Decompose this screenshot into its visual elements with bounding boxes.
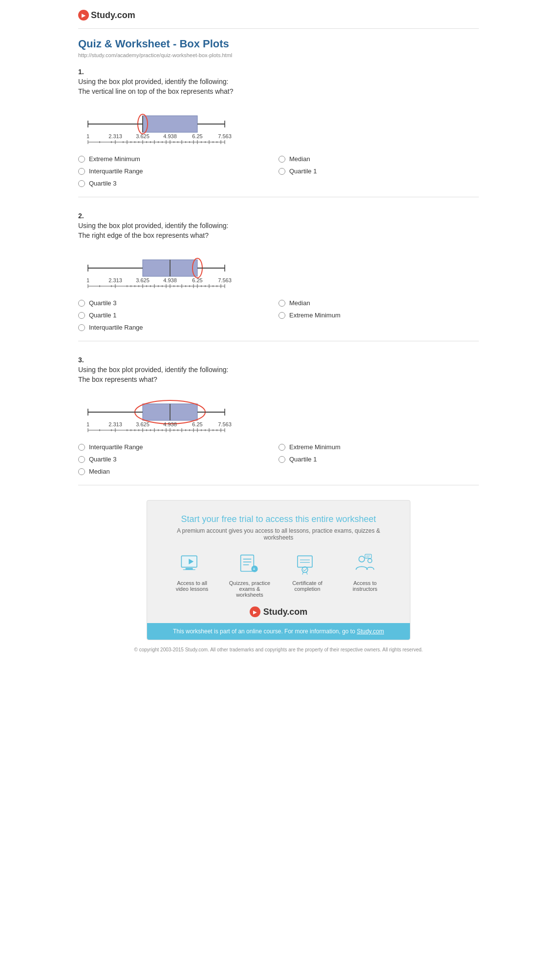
promo-footer-text: This worksheet is part of an online cour… <box>173 628 384 635</box>
svg-text:3.625: 3.625 <box>136 421 150 427</box>
answer-text: Quartile 3 <box>89 456 116 463</box>
answer-option[interactable]: Extreme Minimum <box>78 155 278 163</box>
radio-button[interactable] <box>278 456 285 463</box>
svg-point-153 <box>359 556 365 562</box>
answer-option[interactable]: Interquartile Range <box>78 443 278 451</box>
radio-button[interactable] <box>78 468 85 475</box>
question-3-intro: Using the box plot provided, identify th… <box>78 366 479 374</box>
answer-option[interactable]: Quartile 1 <box>78 312 278 319</box>
radio-button[interactable] <box>278 156 285 163</box>
answer-text: Extreme Minimum <box>289 443 341 451</box>
svg-text:3.625: 3.625 <box>136 277 150 283</box>
question-2-intro: Using the box plot provided, identify th… <box>78 222 479 229</box>
question-1-number: 1. <box>78 68 479 76</box>
radio-button[interactable] <box>78 444 85 451</box>
promo-icon-certificate: Certificate of completion <box>285 552 329 598</box>
question-2-answers: Quartile 3 Median Quartile 1 Extreme Min… <box>78 299 479 331</box>
promo-box: Start your free trial to access this ent… <box>147 500 410 640</box>
answer-text: Extreme Minimum <box>89 155 140 163</box>
answer-option[interactable]: Quartile 1 <box>278 167 479 175</box>
radio-button[interactable] <box>78 324 85 331</box>
logo-area: ▶ Study.com <box>78 10 479 21</box>
promo-footer-bar: This worksheet is part of an online cour… <box>147 623 410 640</box>
boxplot-1: 1 2.313 3.625 4.938 6.25 7.563 <box>78 102 479 147</box>
answer-text: Interquartile Range <box>89 324 143 331</box>
answer-option[interactable]: Median <box>278 299 479 307</box>
answer-text: Quartile 1 <box>289 167 317 175</box>
svg-text:7.563: 7.563 <box>218 277 232 283</box>
promo-icon-instructors: Access to instructors <box>343 552 387 598</box>
svg-text:1: 1 <box>86 277 89 283</box>
promo-logo-text: Study.com <box>263 607 308 617</box>
question-2-number: 2. <box>78 212 479 220</box>
answer-text: Extreme Minimum <box>289 312 341 319</box>
promo-icon-label: Quizzes, practice exams & worksheets <box>228 580 272 598</box>
answer-text: Quartile 1 <box>89 312 116 319</box>
svg-text:7.563: 7.563 <box>218 421 232 427</box>
svg-point-154 <box>368 559 372 563</box>
question-2-block: 2. Using the box plot provided, identify… <box>78 212 479 341</box>
logo-text: Study.com <box>91 10 135 21</box>
answer-text: Median <box>289 299 310 307</box>
radio-button[interactable] <box>78 168 85 175</box>
svg-text:≡: ≡ <box>253 566 256 571</box>
svg-text:4.938: 4.938 <box>163 133 177 139</box>
answer-text: Interquartile Range <box>89 167 143 175</box>
radio-button[interactable] <box>78 300 85 307</box>
question-1-answers: Extreme Minimum Median Interquartile Ran… <box>78 155 479 187</box>
svg-text:2.313: 2.313 <box>108 421 122 427</box>
answer-option[interactable]: Median <box>278 155 479 163</box>
promo-icon-label: Access to all video lessons <box>170 580 214 592</box>
promo-subtitle: A premium account gives you access to al… <box>167 527 390 541</box>
page-url: http://study.com/academy/practice/quiz-w… <box>78 52 479 58</box>
svg-text:6.25: 6.25 <box>192 277 202 283</box>
answer-option[interactable]: Quartile 3 <box>78 180 278 187</box>
answer-option[interactable]: Median <box>78 468 278 475</box>
radio-button[interactable] <box>278 312 285 319</box>
boxplot-3: 1 2.313 3.625 4.938 6.25 7.563 <box>78 390 479 436</box>
question-3-sub: The box represents what? <box>78 375 479 383</box>
answer-option[interactable]: Quartile 1 <box>278 456 479 463</box>
radio-button[interactable] <box>78 156 85 163</box>
promo-footer-link[interactable]: Study.com <box>357 628 384 635</box>
question-3-number: 3. <box>78 356 479 364</box>
radio-button[interactable] <box>278 300 285 307</box>
answer-option[interactable]: Quartile 3 <box>78 299 278 307</box>
answer-option[interactable]: Interquartile Range <box>78 167 278 175</box>
page-title: Quiz & Worksheet - Box Plots <box>78 38 479 50</box>
promo-icon-label: Certificate of completion <box>285 580 329 592</box>
svg-text:2.313: 2.313 <box>108 277 122 283</box>
svg-line-152 <box>306 572 307 575</box>
svg-text:6.25: 6.25 <box>192 421 202 427</box>
question-3-answers: Interquartile Range Extreme Minimum Quar… <box>78 443 479 475</box>
copyright: © copyright 2003-2015 Study.com. All oth… <box>78 640 479 662</box>
radio-button[interactable] <box>278 168 285 175</box>
question-1-sub: The vertical line on top of the box repr… <box>78 87 479 95</box>
question-1-intro: Using the box plot provided, identify th… <box>78 78 479 85</box>
answer-option[interactable]: Interquartile Range <box>78 324 278 331</box>
answer-option[interactable]: Extreme Minimum <box>278 312 479 319</box>
answer-text: Quartile 1 <box>289 456 317 463</box>
svg-text:4.938: 4.938 <box>163 277 177 283</box>
promo-icon-label: Access to instructors <box>343 580 387 592</box>
radio-button[interactable] <box>278 444 285 451</box>
radio-button[interactable] <box>78 180 85 187</box>
svg-rect-3 <box>143 116 197 132</box>
promo-logo-icon: ▶ <box>250 606 260 617</box>
promo-icon-video: Access to all video lessons <box>170 552 214 598</box>
promo-wrapper: Start your free trial to access this ent… <box>78 500 479 640</box>
promo-icon-quizzes: ≡ Quizzes, practice exams & worksheets <box>228 552 272 598</box>
svg-point-150 <box>302 567 308 573</box>
answer-option[interactable]: Extreme Minimum <box>278 443 479 451</box>
svg-text:4.938: 4.938 <box>163 421 177 427</box>
svg-text:3.625: 3.625 <box>136 133 150 139</box>
radio-button[interactable] <box>78 312 85 319</box>
promo-icons-row: Access to all video lessons ≡ Quizzes, p… <box>167 552 390 598</box>
boxplot-2: 1 2.313 3.625 4.938 6.25 7.563 <box>78 246 479 292</box>
svg-rect-155 <box>365 554 371 558</box>
answer-text: Median <box>289 155 310 163</box>
answer-option[interactable]: Quartile 3 <box>78 456 278 463</box>
answer-text: Interquartile Range <box>89 443 143 451</box>
question-2-sub: The right edge of the box represents wha… <box>78 231 479 239</box>
radio-button[interactable] <box>78 456 85 463</box>
